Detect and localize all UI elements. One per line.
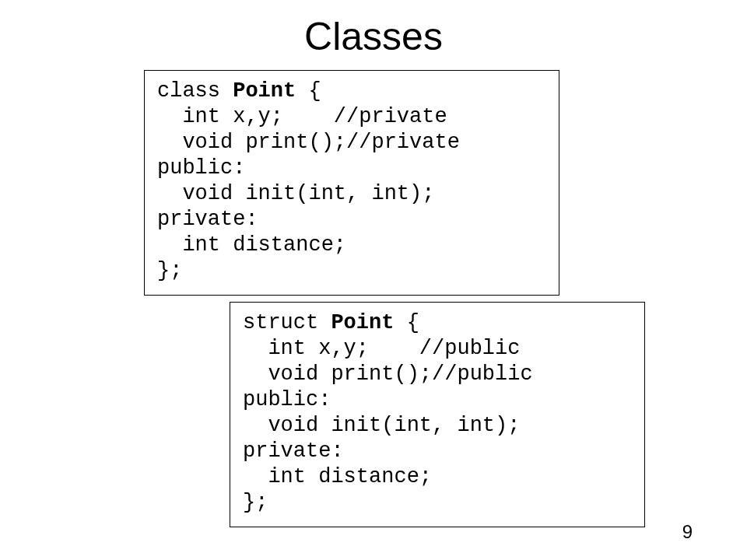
code-line: public: [157, 156, 245, 180]
slide: Classes class Point { int x,y; //private… [0, 0, 747, 560]
code-line: int distance; [157, 233, 346, 257]
code-line: { [394, 311, 419, 334]
code-line: void print();//private [157, 131, 460, 154]
code-line: private: [157, 208, 258, 231]
code-line: }; [243, 491, 268, 514]
code-structname: Point [331, 311, 394, 334]
code-line: void init(int, int); [157, 182, 434, 205]
code-block-struct: struct Point { int x,y; //public void pr… [230, 302, 645, 527]
code-block-class: class Point { int x,y; //private void pr… [144, 70, 559, 296]
code-line: struct [243, 311, 331, 334]
code-line: class [157, 79, 233, 103]
code-classname: Point [233, 79, 296, 103]
code-line: public: [243, 388, 331, 411]
page-title: Classes [0, 14, 747, 59]
code-line: }; [157, 259, 182, 282]
code-line: int x,y; //public [243, 337, 520, 360]
page-number: 9 [682, 521, 693, 543]
code-line: int x,y; //private [157, 105, 447, 128]
code-line: private: [243, 439, 344, 463]
code-line: void print();//public [243, 362, 533, 386]
code-line: { [296, 79, 321, 103]
code-line: int distance; [243, 465, 432, 488]
code-line: void init(int, int); [243, 414, 520, 437]
